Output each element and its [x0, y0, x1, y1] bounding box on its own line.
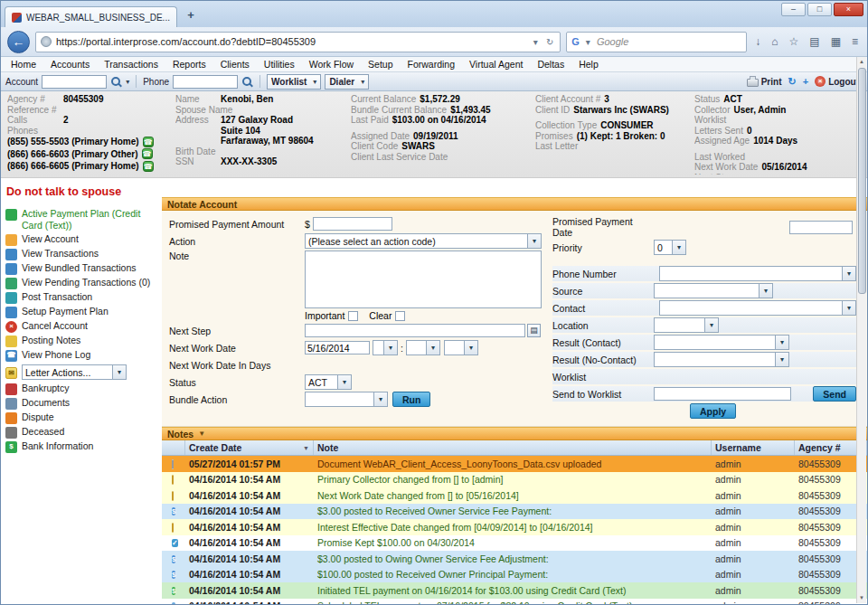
source-select[interactable]: [654, 283, 773, 298]
url-input[interactable]: [56, 33, 527, 51]
sidebar-item[interactable]: Cancel Account: [1, 319, 162, 334]
create-date-column-header[interactable]: Create Date▼: [185, 440, 314, 455]
sidebar-item[interactable]: Documents: [1, 396, 162, 411]
note-row[interactable]: 05/27/2014 01:57 PM Document WebAR_Clien…: [162, 456, 867, 472]
print-button[interactable]: Print: [747, 76, 782, 87]
note-textarea[interactable]: [305, 251, 542, 308]
panels-icon[interactable]: ▦: [828, 35, 844, 48]
back-button[interactable]: ←: [7, 31, 30, 53]
bundle-action-select[interactable]: [305, 392, 388, 407]
app-menu-item[interactable]: Clients: [213, 58, 257, 71]
phone-search-input[interactable]: [173, 75, 238, 89]
clear-checkbox[interactable]: [395, 311, 405, 321]
app-menu-item[interactable]: Help: [571, 58, 606, 71]
app-menu-item[interactable]: Work Flow: [302, 58, 361, 71]
result-nocontact-select[interactable]: [654, 352, 789, 367]
action-select[interactable]: (Please select an action code): [305, 233, 542, 249]
sidebar-item[interactable]: View Phone Log: [1, 348, 162, 363]
filter-icon[interactable]: ▼: [198, 430, 205, 438]
note-row[interactable]: 04/16/2014 10:54 AM Interest Effective D…: [162, 519, 867, 535]
search-engine-caret-icon[interactable]: ▾: [584, 37, 592, 47]
sidebar-item[interactable]: Setup Payment Plan: [1, 305, 162, 319]
app-menu-item[interactable]: Setup: [361, 58, 400, 71]
app-menu-item[interactable]: Forwarding: [401, 58, 463, 71]
sidebar-item[interactable]: View Transactions: [1, 247, 162, 261]
note-row[interactable]: 04/16/2014 10:54 AM Scheduled TEL paymen…: [162, 599, 867, 605]
new-tab-button[interactable]: +: [179, 8, 203, 25]
scroll-down-icon[interactable]: ▼: [859, 593, 864, 603]
page-scrollbar[interactable]: ▲ ▼: [856, 57, 866, 603]
downloads-icon[interactable]: ↓: [752, 35, 763, 48]
close-button[interactable]: ×: [834, 3, 863, 16]
worklist-dropdown[interactable]: Worklist▾: [267, 74, 321, 90]
home-icon[interactable]: ⌂: [769, 35, 780, 48]
account-search-input[interactable]: [42, 75, 107, 89]
phone-number-select[interactable]: [659, 266, 856, 281]
note-row[interactable]: 04/16/2014 10:54 AM $3.00 posted to Owin…: [162, 551, 867, 567]
letter-actions-dropdown[interactable]: Letter Actions...: [22, 364, 127, 380]
contact-select[interactable]: [659, 300, 856, 316]
site-identity-icon[interactable]: [41, 36, 52, 47]
next-step-input[interactable]: [305, 324, 525, 337]
minimize-button[interactable]: –: [781, 3, 806, 16]
app-menu-item[interactable]: Home: [4, 58, 43, 71]
scrollbar-thumb[interactable]: [858, 68, 866, 294]
hour-select[interactable]: [406, 340, 440, 355]
dial-phone-icon[interactable]: ☎: [143, 137, 154, 147]
app-menu-item[interactable]: Transactions: [97, 58, 165, 71]
important-checkbox[interactable]: [348, 311, 358, 321]
apply-button[interactable]: Apply: [690, 403, 736, 419]
promised-date-input[interactable]: [789, 221, 853, 234]
add-icon[interactable]: +: [803, 76, 808, 87]
location-select[interactable]: [654, 317, 719, 333]
note-row[interactable]: 04/16/2014 10:54 AM $100.00 posted to Re…: [162, 567, 867, 583]
sidebar-item[interactable]: Active Payment Plan (Credit Card (Text)): [1, 207, 162, 232]
bookmarks-menu-icon[interactable]: ▤: [807, 35, 822, 48]
hamburger-menu-icon[interactable]: ≡: [849, 35, 861, 48]
app-menu-item[interactable]: Reports: [165, 58, 213, 71]
send-button[interactable]: Send: [813, 386, 856, 402]
promised-amount-input[interactable]: [313, 217, 392, 231]
maximize-button[interactable]: □: [807, 3, 832, 16]
refresh-icon[interactable]: ↻: [788, 76, 796, 88]
note-row[interactable]: 04/16/2014 10:54 AM $3.00 posted to Rece…: [162, 504, 867, 520]
app-menu-item[interactable]: Deltas: [530, 58, 571, 71]
next-work-date-input[interactable]: [305, 341, 370, 354]
scroll-up-icon[interactable]: ▲: [859, 57, 864, 67]
run-button[interactable]: Run: [392, 392, 430, 407]
phone-search-icon[interactable]: [241, 76, 253, 88]
minute-select[interactable]: [444, 340, 478, 355]
sidebar-item[interactable]: Post Transaction: [1, 290, 162, 305]
sidebar-item[interactable]: Posting Notes: [1, 334, 162, 348]
calendar-dropdown[interactable]: [373, 340, 398, 355]
url-dropdown-icon[interactable]: ▾: [532, 37, 540, 47]
next-step-lookup-icon[interactable]: ▤: [527, 324, 541, 337]
note-row[interactable]: 04/16/2014 10:54 AM Primary Collector ch…: [162, 472, 867, 488]
sidebar-item[interactable]: View Bundled Transactions: [1, 261, 162, 276]
note-row[interactable]: 04/16/2014 10:54 AM Initiated TEL paymen…: [162, 582, 867, 599]
username-column-header[interactable]: Username: [712, 440, 795, 455]
app-menu-item[interactable]: Utilities: [257, 58, 302, 71]
dialer-dropdown[interactable]: Dialer▾: [325, 74, 369, 90]
app-menu-item[interactable]: Accounts: [43, 58, 97, 71]
sidebar-item[interactable]: View Account: [1, 232, 162, 247]
result-contact-select[interactable]: [654, 335, 789, 350]
reload-icon[interactable]: ↻: [544, 37, 555, 47]
sidebar-item[interactable]: Deceased: [1, 425, 162, 440]
account-search-icon[interactable]: [110, 76, 122, 88]
status-select[interactable]: ACT: [305, 374, 352, 390]
sidebar-item[interactable]: View Pending Transactions (0): [1, 276, 162, 290]
bookmark-star-icon[interactable]: ☆: [787, 35, 802, 48]
search-input[interactable]: [597, 33, 741, 51]
sidebar-item[interactable]: Dispute: [1, 411, 162, 425]
dial-phone-icon[interactable]: ☎: [143, 161, 154, 172]
logout-button[interactable]: ×Logout: [815, 76, 859, 87]
send-worklist-input[interactable]: [654, 387, 791, 401]
note-row[interactable]: 04/16/2014 10:54 AM Promise Kept $100.00…: [162, 535, 867, 552]
dial-phone-icon[interactable]: ☎: [142, 148, 153, 159]
note-row[interactable]: 04/16/2014 10:54 AM Next Work Date chang…: [162, 487, 867, 504]
note-column-header[interactable]: Note: [314, 440, 712, 455]
app-menu-item[interactable]: Virtual Agent: [462, 58, 530, 71]
sidebar-item[interactable]: Bank Information: [1, 440, 162, 454]
priority-select[interactable]: 0: [654, 240, 686, 255]
